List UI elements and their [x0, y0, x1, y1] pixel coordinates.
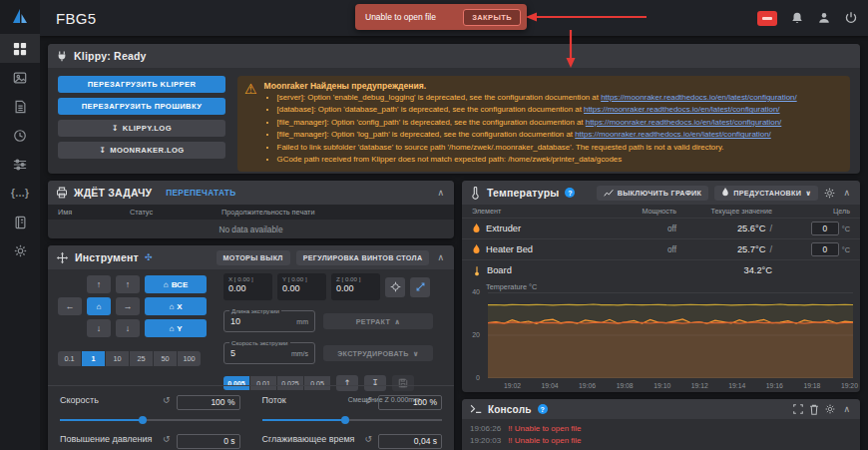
- speed-factor-slider[interactable]: [60, 419, 240, 421]
- bell-icon: [790, 11, 804, 25]
- heater-flame-icon: [472, 244, 481, 255]
- snackbar-message: Unable to open file: [365, 12, 436, 22]
- extruder-target-input[interactable]: [811, 222, 839, 235]
- temp-settings-button[interactable]: [824, 188, 835, 199]
- console-clear-button[interactable]: [809, 404, 819, 415]
- warning-item: [file_manager]: Option 'log_path' is dep…: [277, 129, 797, 141]
- collapse-panel-button[interactable]: ∧: [435, 252, 446, 262]
- emergency-stop-button[interactable]: [757, 11, 777, 26]
- logbook-icon: [14, 216, 27, 229]
- temp-row-extruder: Extruder off 25.6°C/ °C: [462, 218, 860, 238]
- console-settings-button[interactable]: [825, 404, 835, 414]
- snackbar-close-button[interactable]: ЗАКРЫТЬ: [463, 9, 521, 26]
- y-tick-label: 40: [466, 288, 480, 295]
- restart-klipper-button[interactable]: ПЕРЕЗАГРУЗИТЬ KLIPPER: [58, 76, 225, 93]
- warning-link[interactable]: https://moonraker.readthedocs.io/en/late…: [584, 105, 780, 114]
- app-logo[interactable]: [0, 0, 40, 34]
- collapse-panel-button[interactable]: ∧: [435, 188, 446, 198]
- retract-button[interactable]: РЕТРАКТ∧: [323, 313, 433, 329]
- webcam-icon: [13, 71, 27, 85]
- step-button-active[interactable]: 1: [82, 351, 105, 366]
- reset-icon[interactable]: ↺: [364, 395, 372, 405]
- chart-title: Temperature °C: [486, 282, 537, 291]
- console-line: 19:20:03!! Unable to open file: [470, 435, 852, 447]
- sidebar-item-machine-config[interactable]: {…}: [0, 179, 40, 208]
- power-button[interactable]: [844, 11, 858, 25]
- warning-link[interactable]: https://moonraker.readthedocs.io/en/late…: [575, 130, 771, 139]
- expand-move-button[interactable]: [410, 277, 430, 297]
- home-all-button[interactable]: ⌂ВСЕ: [145, 275, 207, 293]
- moonraker-log-button[interactable]: ↧ MOONRAKER.LOG: [58, 142, 225, 159]
- y-tick-label: 0: [466, 374, 480, 381]
- warning-link[interactable]: https://moonraker.readthedocs.io/en/late…: [601, 93, 797, 102]
- warning-item: [file_manager]: Option 'config_path' is …: [277, 117, 797, 129]
- extrude-speed-field: Скорость экструзии mm/s: [223, 342, 315, 364]
- klippy-log-button[interactable]: ↧ KLIPPY.LOG: [58, 120, 225, 137]
- speed-factor-value[interactable]: 100 %: [177, 395, 240, 410]
- sidebar-item-history[interactable]: [0, 121, 40, 150]
- temperatures-title: Температуры: [487, 187, 559, 199]
- extrude-speed-input[interactable]: [230, 348, 291, 358]
- gear-icon: [14, 244, 27, 257]
- chart-icon: [604, 189, 614, 198]
- reset-icon[interactable]: ↺: [163, 434, 171, 444]
- printer-name: FBG5: [56, 10, 96, 27]
- reprint-button[interactable]: ПЕРЕПЕЧАТАТЬ: [166, 188, 235, 198]
- warning-item: Failed to link subfolder 'database' to s…: [277, 142, 797, 154]
- sidebar-item-dashboard[interactable]: [0, 34, 40, 63]
- console-fullscreen-button[interactable]: [793, 404, 803, 414]
- console-title: Консоль: [488, 404, 532, 415]
- info-icon[interactable]: ?: [565, 188, 575, 198]
- klippy-panel-header: Klippy: Ready: [48, 44, 860, 68]
- move-x-minus-button[interactable]: ←: [58, 297, 82, 315]
- move-z-minus-button[interactable]: ↓: [116, 319, 140, 337]
- home-y-button[interactable]: ⌂Y: [145, 319, 207, 337]
- move-x-plus-button[interactable]: →: [116, 297, 140, 315]
- step-button[interactable]: 10: [106, 351, 129, 366]
- warning-link[interactable]: https://moonraker.readthedocs.io/en/late…: [586, 118, 782, 127]
- account-button[interactable]: [817, 11, 831, 25]
- bed-screws-button[interactable]: РЕГУЛИРОВКА ВИНТОВ СТОЛА: [296, 250, 430, 265]
- sidebar-item-gcode-files[interactable]: [0, 92, 40, 121]
- notifications-button[interactable]: [790, 11, 804, 25]
- sidebar: {…}: [0, 0, 40, 450]
- heater-bed-target-input[interactable]: [811, 242, 839, 256]
- flame-icon: [721, 188, 729, 198]
- step-button[interactable]: 50: [154, 351, 177, 366]
- info-icon[interactable]: ?: [538, 404, 548, 414]
- collapse-panel-button[interactable]: ∧: [841, 404, 852, 414]
- restart-firmware-button[interactable]: ПЕРЕЗАГРУЗИТЬ ПРОШИВКУ: [58, 98, 225, 115]
- job-status-title: ЖДЁТ ЗАДАЧУ: [74, 187, 152, 199]
- sidebar-item-logs[interactable]: [0, 208, 40, 236]
- extrude-length-field: Длина экструзии mm: [223, 310, 315, 332]
- home-x-button[interactable]: ⌂X: [145, 297, 207, 315]
- x-axis-labels: 19:0219:04 19:0619:08 19:1019:12 19:1419…: [504, 382, 858, 389]
- move-y-plus-button[interactable]: ↑: [87, 275, 111, 293]
- extrude-length-input[interactable]: [230, 316, 296, 326]
- y-tick-label: 20: [466, 331, 480, 338]
- motors-off-button[interactable]: МОТОРЫ ВЫКЛ: [217, 250, 290, 265]
- sidebar-item-webcam[interactable]: [0, 63, 40, 92]
- sidebar-item-tune[interactable]: [0, 150, 40, 179]
- pressure-advance-value[interactable]: 0 s: [177, 434, 240, 449]
- step-button[interactable]: 25: [130, 351, 153, 366]
- smooth-time-value[interactable]: 0,04 s: [378, 434, 442, 449]
- warning-icon: ⚠: [244, 81, 257, 167]
- move-z-plus-button[interactable]: ↑: [116, 275, 140, 293]
- flow-factor-slider[interactable]: [262, 419, 443, 421]
- move-y-minus-button[interactable]: ↓: [87, 319, 111, 337]
- step-button[interactable]: 0.1: [58, 351, 81, 366]
- reset-icon[interactable]: ↺: [364, 434, 372, 444]
- step-button[interactable]: 100: [178, 351, 201, 366]
- goto-position-button[interactable]: [385, 277, 405, 297]
- flow-factor-value[interactable]: 100 %: [378, 395, 442, 410]
- sidebar-item-settings[interactable]: [0, 236, 40, 265]
- toolhead-title: Инструмент: [75, 251, 139, 263]
- collapse-panel-button[interactable]: ∧: [841, 188, 852, 198]
- download-icon: ↧: [112, 124, 119, 133]
- extrude-button[interactable]: ЭКСТРУДИРОВАТЬ∨: [323, 345, 433, 361]
- home-xy-button[interactable]: ⌂: [87, 297, 111, 315]
- presets-button[interactable]: ПРЕДУСТАНОВКИ ∨: [714, 186, 818, 201]
- reset-icon[interactable]: ↺: [163, 395, 171, 405]
- hide-graph-button[interactable]: ВЫКЛЮЧИТЬ ГРАФИК: [597, 186, 708, 201]
